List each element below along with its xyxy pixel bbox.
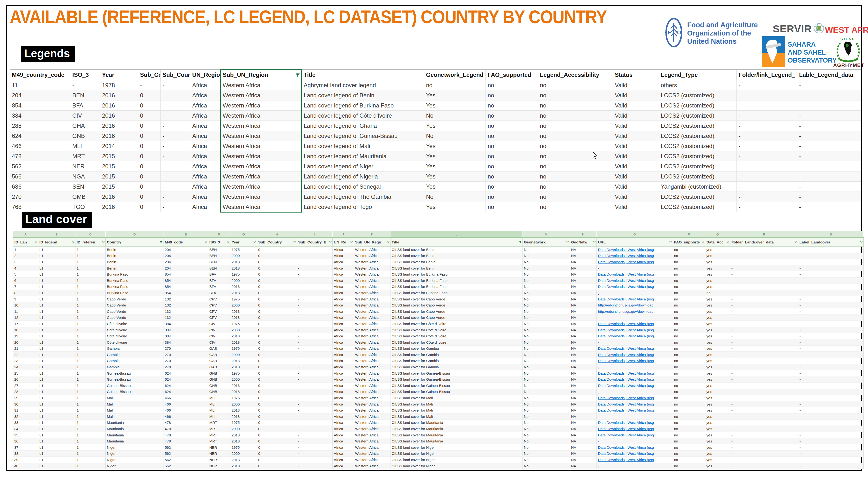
column-letter[interactable]: B	[38, 231, 75, 238]
landcover-cell: Niger	[106, 463, 163, 469]
url-link[interactable]: -	[598, 266, 599, 270]
filter-dropdown-icon[interactable]	[329, 240, 332, 245]
column-letter[interactable]: A	[13, 231, 38, 238]
url-link[interactable]: Data Downloads | West Africa (usg	[598, 353, 654, 357]
column-letter[interactable]: L	[390, 231, 523, 238]
column-letter[interactable]: E	[163, 231, 208, 238]
filter-dropdown-icon[interactable]	[860, 240, 863, 245]
column-letter[interactable]: I	[297, 231, 333, 238]
landcover-cell: 1	[75, 296, 105, 302]
landcover-cell: 2018	[230, 364, 257, 370]
filter-dropdown-icon[interactable]	[519, 240, 522, 245]
filter-dropdown-icon[interactable]	[350, 240, 353, 245]
filter-dropdown-icon[interactable]	[593, 240, 596, 245]
url-link[interactable]: Data Downloads | West Africa (usg	[598, 284, 654, 288]
legends-cell: 0	[138, 100, 160, 111]
url-link[interactable]: Data Downloads | West Africa (usg	[598, 278, 654, 282]
landcover-cell: -	[297, 382, 333, 389]
legends-cell: no	[486, 171, 538, 182]
url-link[interactable]: Data Downloads | West Africa (usg	[598, 458, 654, 462]
landcover-cell: Data Downloads | West Africa (usg	[597, 345, 673, 352]
url-link[interactable]: Data Downloads | West Africa (usg	[598, 346, 654, 350]
column-letter[interactable]: G	[230, 231, 257, 238]
url-link[interactable]: Data Downloads | West Africa (usg	[598, 322, 654, 326]
url-link[interactable]: Data Downloads | West Africa (usg	[598, 396, 654, 400]
url-link[interactable]: -	[598, 464, 599, 468]
url-link[interactable]: Data Downloads | West Africa (usg	[598, 334, 654, 338]
filter-dropdown-icon[interactable]	[253, 240, 256, 245]
legends-cell: 566	[10, 171, 70, 182]
url-link[interactable]: Data Downloads | West Africa (usg	[598, 420, 654, 424]
filter-dropdown-icon[interactable]	[293, 240, 296, 245]
url-link[interactable]: Data Downloads | West Africa (usg	[598, 408, 654, 412]
url-link[interactable]: Data Downloads | West Africa (usg	[598, 383, 654, 388]
landcover-cell: No	[523, 339, 570, 345]
legends-cell: 2015	[100, 182, 138, 192]
url-link[interactable]: Data Downloads | West Africa (usg	[598, 260, 654, 264]
url-link[interactable]: Data Downloads | West Africa (usg	[598, 371, 654, 375]
landcover-cell: Benin	[106, 252, 163, 259]
column-letter[interactable]: H	[257, 231, 297, 238]
column-letter[interactable]: F	[208, 231, 230, 238]
column-letter[interactable]: K	[354, 231, 390, 238]
landcover-cell: L1	[38, 407, 75, 413]
url-link[interactable]: Data Downloads | West Africa (usg	[598, 297, 654, 301]
landcover-cell: -	[297, 277, 333, 283]
url-link[interactable]: http://edcintl.cr.usgs.gov/download	[598, 309, 653, 313]
landcover-cell: -	[297, 271, 333, 277]
url-link[interactable]: Data Downloads | West Africa (usg	[598, 451, 654, 455]
landcover-cell: -	[730, 302, 798, 308]
filter-dropdown-icon[interactable]	[226, 240, 230, 245]
url-link[interactable]: Data Downloads | West Africa (usg	[598, 247, 654, 252]
column-letter[interactable]: C	[75, 231, 105, 238]
url-link[interactable]: -	[598, 340, 599, 344]
url-link[interactable]: Data Downloads | West Africa (usg	[598, 272, 654, 276]
filter-dropdown-icon[interactable]	[566, 240, 569, 245]
column-letter[interactable]: S	[798, 231, 864, 238]
landcover-cell: L1	[38, 308, 75, 314]
url-link[interactable]: -	[598, 414, 599, 418]
url-link[interactable]: Data Downloads | West Africa (usg	[598, 377, 654, 381]
url-link[interactable]: -	[598, 439, 599, 443]
filter-dropdown-icon[interactable]	[702, 240, 705, 245]
url-link[interactable]: -	[598, 389, 599, 394]
landcover-cell: No	[523, 463, 570, 469]
url-link[interactable]: -	[598, 291, 599, 295]
column-letter[interactable]: R	[730, 231, 798, 238]
column-letter[interactable]: Q	[705, 231, 730, 238]
column-letter[interactable]: M	[523, 231, 570, 238]
filter-dropdown-icon[interactable]	[794, 240, 797, 245]
landcover-cell: NA	[570, 302, 597, 308]
filter-dropdown-icon[interactable]	[34, 240, 37, 245]
filter-dropdown-icon[interactable]	[159, 240, 163, 245]
legends-cell: 0	[138, 182, 160, 192]
landcover-cell: Africa	[333, 401, 354, 407]
url-link[interactable]: Data Downloads | West Africa (usg	[598, 328, 654, 332]
url-link[interactable]: Data Downloads | West Africa (usg	[598, 427, 654, 431]
url-link[interactable]: Data Downloads | West Africa (usg	[598, 445, 654, 449]
column-letter[interactable]: N	[570, 231, 597, 238]
url-link[interactable]: Data Downloads | West Africa (usg	[598, 253, 654, 258]
url-link[interactable]: -	[598, 315, 599, 319]
landcover-cell: -	[798, 364, 864, 370]
column-letter[interactable]: D	[106, 231, 163, 238]
url-link[interactable]: Data Downloads | West Africa (usg	[598, 433, 654, 437]
column-letter[interactable]: J	[333, 231, 354, 238]
url-link[interactable]: -	[598, 365, 599, 369]
url-link[interactable]: Data Downloads | West Africa (usg	[598, 402, 654, 406]
filter-dropdown-icon[interactable]	[386, 240, 390, 245]
url-link[interactable]: http://edcintl.cr.usgs.gov/download	[598, 303, 653, 307]
landcover-cell: no	[673, 259, 705, 265]
filter-dropdown-icon[interactable]	[204, 240, 208, 245]
column-letter[interactable]: O	[597, 231, 673, 238]
filter-funnel-icon[interactable]	[295, 72, 300, 79]
filter-dropdown-icon[interactable]	[102, 240, 105, 245]
landcover-cell: no	[673, 376, 705, 382]
legends-table-container: M49_country_codeISO_3YearSub_CoSub_CourU…	[10, 69, 861, 212]
column-letter[interactable]: P	[673, 231, 705, 238]
url-link[interactable]: Data Downloads | West Africa (usg	[598, 359, 654, 363]
landcover-cell: No	[523, 395, 570, 401]
filter-dropdown-icon[interactable]	[669, 240, 672, 245]
filter-dropdown-icon[interactable]	[726, 240, 730, 245]
filter-dropdown-icon[interactable]	[71, 240, 75, 245]
